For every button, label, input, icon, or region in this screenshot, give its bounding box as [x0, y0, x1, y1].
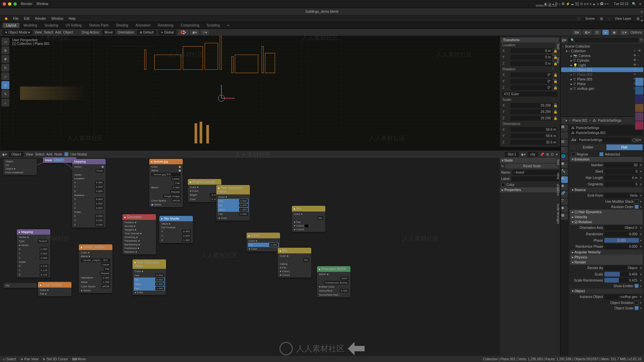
node-image2[interactable]: ▸ tumblr_m9j2lx... Color ●Alpha ●▫ tumbl…	[79, 244, 112, 293]
scale-rand-val[interactable]: 0.425	[604, 278, 639, 283]
scale-y[interactable]: 29.298	[511, 109, 552, 114]
node-add[interactable]: Add	[46, 153, 52, 156]
dock-ae-icon[interactable]	[635, 95, 643, 103]
mac-spotlight-icon[interactable]: 🔍	[632, 2, 636, 6]
tool-cursor[interactable]: ⊕	[1, 46, 9, 54]
outliner-item-plane-003[interactable]: ▸ ▽ Plane.003👁▫	[561, 77, 643, 81]
menu-select[interactable]: Select	[44, 31, 53, 34]
dock-ps-icon[interactable]	[635, 86, 643, 95]
node-props-hdr[interactable]: ▸ Properties	[500, 187, 560, 192]
global-select[interactable]: ⌖ Global	[158, 30, 176, 35]
node-tab-view[interactable]: View	[555, 171, 560, 180]
node-principled[interactable]: ▸ Principled BSDF BSDF ●GGXChristensen-B…	[317, 266, 351, 297]
menu-file[interactable]: File	[11, 16, 20, 21]
dim-y[interactable]: 58.6 m	[511, 133, 557, 138]
props-tab-render[interactable]: ▦	[561, 125, 568, 131]
n-tab-tool[interactable]: Tool	[555, 42, 560, 51]
tab-add[interactable]: +	[224, 23, 232, 28]
use-nodes-check[interactable]	[64, 152, 68, 156]
material-select[interactable]: city	[528, 152, 538, 157]
n-tab-view[interactable]: View	[555, 56, 560, 65]
node-tab-wrangler[interactable]: Node Wrangler	[555, 202, 560, 225]
options-label[interactable]: Options	[631, 31, 642, 34]
pin-icon[interactable]: 📌	[540, 153, 544, 156]
dock-pr-icon[interactable]	[635, 113, 643, 121]
obj-scale-check[interactable]	[635, 306, 639, 310]
outliner-item-rooftop-geo[interactable]: ▸ ▽ rooftop geo👁▫	[561, 86, 643, 91]
node-view[interactable]: View	[26, 153, 33, 156]
drag-select[interactable]: Move	[102, 30, 115, 35]
props-obj[interactable]: Plane.001	[573, 119, 588, 122]
snap-icon[interactable]: 🧲▾	[178, 30, 188, 35]
node-bricktex[interactable]: ▸ Brick Texture Color ●Fac ●	[38, 282, 71, 296]
node-color-check[interactable]	[501, 183, 505, 187]
object-hdr[interactable]: ▾ Object	[570, 289, 643, 294]
scene-select[interactable]: Scene	[583, 16, 597, 21]
viewlayer-new-icon[interactable]: ⊞	[635, 16, 641, 21]
mat-new-icon[interactable]: ⊞	[546, 153, 549, 156]
outliner-item-cylinder[interactable]: ▸ ▽ Cylinder👁▫	[561, 58, 643, 63]
randphase-val[interactable]: 0.000	[604, 244, 639, 249]
shade-render-icon[interactable]: ◎▾	[620, 30, 629, 35]
ps-datablock[interactable]: ParticleSettings	[578, 137, 631, 142]
velocity-hdr[interactable]: ▸ Velocity	[570, 215, 643, 220]
node-image[interactable]: ▸ texture.jpg Color Alpha ▫ texure.jpg ⊡…	[149, 159, 183, 207]
wireframe-icon[interactable]: ◐▾	[583, 30, 592, 35]
hairlen-val[interactable]: 4 m	[604, 175, 639, 180]
node-noise[interactable]: Mask Voron	[43, 157, 76, 163]
mod-stack-check[interactable]	[635, 199, 639, 203]
tab-compositing[interactable]: Compositing	[177, 23, 203, 28]
phase-val[interactable]: 0.000	[604, 238, 639, 243]
scene-new-icon[interactable]: ⊞	[598, 16, 605, 21]
props-tab-constraint[interactable]: 🔗	[561, 191, 568, 198]
emission-hdr[interactable]: ▾ Emission	[570, 157, 643, 162]
props-tab-world[interactable]: 🌐	[561, 154, 568, 161]
outliner-item-light[interactable]: ▸ 💡 Light👁▫	[561, 63, 643, 67]
orient-select[interactable]: ⊕ Default	[137, 30, 156, 35]
node-invert[interactable]: ▸ Invert Color ●Fac1.000● Color	[247, 233, 280, 251]
outliner-type-icon[interactable]: ▤▾	[562, 38, 567, 42]
dock-id-icon[interactable]	[635, 121, 643, 129]
loc-x[interactable]: 0 m	[511, 48, 552, 53]
dock-finder-icon[interactable]	[635, 78, 643, 86]
node-texcoord-mini[interactable]: ObjectUVObject ●From Instancer	[3, 159, 37, 175]
menu-help[interactable]: Help	[67, 16, 78, 21]
emit-from-val[interactable]: Verts	[604, 193, 639, 198]
overlay-icon[interactable]: ⊞▾	[573, 30, 581, 35]
tool-annotate[interactable]: ✎	[1, 90, 9, 98]
scale-x[interactable]: 29.298	[511, 103, 552, 108]
tool-scale[interactable]: ⤢	[1, 72, 9, 80]
props-tab-viewlayer[interactable]: ▤	[561, 139, 568, 146]
props-tab-texture[interactable]: ▦	[561, 213, 568, 220]
shade-solid-icon[interactable]: ●	[602, 30, 608, 35]
tab-layout[interactable]: Layout	[3, 23, 19, 28]
menu-window[interactable]: Window	[49, 16, 65, 21]
segments-val[interactable]: 5	[604, 182, 639, 187]
physics-hdr[interactable]: ▸ Physics	[570, 255, 643, 260]
number-val[interactable]: 50	[604, 163, 639, 168]
obj-rot-check[interactable]	[635, 301, 639, 305]
particle-system-1[interactable]: ⁂ ParticleSettings.001	[570, 130, 643, 135]
inst-obj-val[interactable]: ▫ rooftop geo	[604, 294, 639, 299]
random-order-check[interactable]	[635, 205, 639, 209]
transform-header[interactable]: Transform	[501, 38, 559, 43]
reset-node-button[interactable]: Reset Node	[505, 164, 559, 169]
props-tab-material[interactable]: ◉	[561, 206, 568, 213]
props-tab-scene[interactable]: ⬚	[561, 147, 568, 154]
ps-datablock-icon[interactable]: ⁂▾	[571, 138, 576, 142]
tab-rendering[interactable]: Rendering	[155, 23, 177, 28]
mac-notif-icon[interactable]: ≡	[639, 2, 641, 6]
tab-sculpting[interactable]: Sculpting	[41, 23, 62, 28]
node-mix2[interactable]: ▸ Mix Color ●Mix● Fac● Color1 ● Color2	[292, 206, 325, 232]
particle-system-0[interactable]: ⁂ ParticleSettings🛡≡	[570, 125, 643, 130]
node-node[interactable]: Node	[54, 153, 62, 156]
node-mix1[interactable]: ▸ Mix Color ●MixClamp● Fac● Color1● Colo…	[278, 248, 311, 278]
node-city[interactable]: city	[3, 283, 37, 288]
tab-texpaint[interactable]: Texture Paint	[86, 23, 112, 28]
outliner-item-camera[interactable]: ▸ 📷 Camera👁▫	[561, 53, 643, 58]
dim-x[interactable]: 58.6 m	[511, 127, 557, 132]
seed-val[interactable]: 0	[604, 169, 639, 174]
props-tab-object[interactable]: ▣	[561, 162, 568, 168]
node-tab-tool[interactable]: Tool	[555, 158, 560, 166]
render-hdr[interactable]: ▾ Render	[570, 260, 643, 265]
